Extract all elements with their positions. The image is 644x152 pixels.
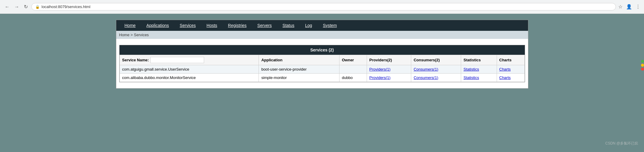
nav-bar: Home Applications Services Hosts Registr…	[116, 20, 528, 31]
application-header: Application	[259, 55, 339, 65]
nav-hosts[interactable]: Hosts	[201, 20, 223, 31]
nav-log[interactable]: Log	[300, 20, 317, 31]
providers-link[interactable]: Providers(1)	[369, 67, 391, 72]
content-area: Services (2) Service Name: Application	[116, 39, 528, 88]
providers-cell: Providers(1)	[367, 74, 411, 82]
url-input[interactable]	[42, 4, 612, 9]
statistics-link[interactable]: Statistics	[464, 75, 479, 80]
services-container: Services (2) Service Name: Application	[119, 45, 525, 82]
table-row: com.alibaba.dubbo.monitor.MonitorService…	[120, 74, 524, 82]
service-name-header: Service Name:	[120, 55, 259, 65]
profile-icon[interactable]: 👤	[626, 4, 632, 10]
refresh-button[interactable]: ↻	[23, 3, 29, 11]
dot-red	[641, 68, 644, 71]
owner-cell	[339, 65, 367, 74]
table-row: com.atguigu.gmall.service.UserService bo…	[120, 65, 524, 74]
side-panel	[641, 60, 644, 71]
charts-link[interactable]: Charts	[499, 67, 511, 72]
charts-header: Charts	[497, 55, 524, 65]
page-content: Home Applications Services Hosts Registr…	[0, 14, 644, 152]
charts-cell: Charts	[497, 65, 524, 74]
forward-button[interactable]: →	[13, 3, 20, 11]
consumers-header: Consumers(2)	[411, 55, 461, 65]
service-name-input[interactable]	[150, 57, 204, 63]
statistics-header: Statistics	[461, 55, 497, 65]
bookmark-icon[interactable]: ☆	[618, 4, 622, 10]
address-bar: 🔒	[31, 3, 616, 10]
statistics-cell: Statistics	[461, 74, 497, 82]
dot-yellow	[641, 64, 644, 67]
consumers-cell: Consumers(1)	[411, 65, 461, 74]
service-name-cell: com.atguigu.gmall.service.UserService	[120, 65, 259, 74]
menu-icon[interactable]: ⋮	[636, 4, 640, 10]
csdn-watermark: CSDN @多氯环已烷	[605, 141, 638, 146]
back-button[interactable]: ←	[4, 3, 11, 11]
browser-actions: ☆ 👤 ⋮	[618, 4, 640, 10]
nav-system[interactable]: System	[317, 20, 342, 31]
consumers-link[interactable]: Consumers(1)	[414, 67, 438, 72]
table-search-row: Service Name: Application Owner Provider…	[120, 55, 524, 65]
statistics-link[interactable]: Statistics	[464, 67, 479, 72]
statistics-cell: Statistics	[461, 65, 497, 74]
nav-home[interactable]: Home	[119, 20, 141, 31]
breadcrumb-current: Services	[134, 33, 149, 37]
application-cell: simple-monitor	[259, 74, 339, 82]
service-name-label: Service Name:	[122, 58, 149, 62]
owner-header: Owner	[339, 55, 367, 65]
nav-services[interactable]: Services	[174, 20, 201, 31]
main-container: Home Applications Services Hosts Registr…	[116, 20, 528, 89]
dot-green	[641, 60, 644, 63]
nav-registries[interactable]: Registries	[223, 20, 252, 31]
nav-status[interactable]: Status	[277, 20, 300, 31]
nav-applications[interactable]: Applications	[141, 20, 175, 31]
owner-cell: dubbo	[339, 74, 367, 82]
service-name-filter: Service Name:	[122, 57, 256, 63]
services-title: Services (2)	[120, 45, 525, 55]
breadcrumb: Home > Services	[116, 31, 528, 39]
charts-link[interactable]: Charts	[499, 75, 511, 80]
nav-servers[interactable]: Servers	[252, 20, 277, 31]
breadcrumb-home[interactable]: Home	[119, 33, 130, 37]
providers-header: Providers(2)	[367, 55, 411, 65]
providers-cell: Providers(1)	[367, 65, 411, 74]
lock-icon: 🔒	[35, 5, 40, 9]
consumers-link[interactable]: Consumers(1)	[414, 75, 438, 80]
consumers-cell: Consumers(1)	[411, 74, 461, 82]
services-table: Service Name: Application Owner Provider…	[120, 55, 525, 82]
service-name-cell: com.alibaba.dubbo.monitor.MonitorService	[120, 74, 259, 82]
providers-link[interactable]: Providers(1)	[369, 75, 391, 80]
charts-cell: Charts	[497, 74, 524, 82]
breadcrumb-separator: >	[129, 33, 134, 37]
application-cell: boot-user-service-provider	[259, 65, 339, 74]
browser-chrome: ← → ↻ 🔒 ☆ 👤 ⋮	[0, 0, 644, 14]
